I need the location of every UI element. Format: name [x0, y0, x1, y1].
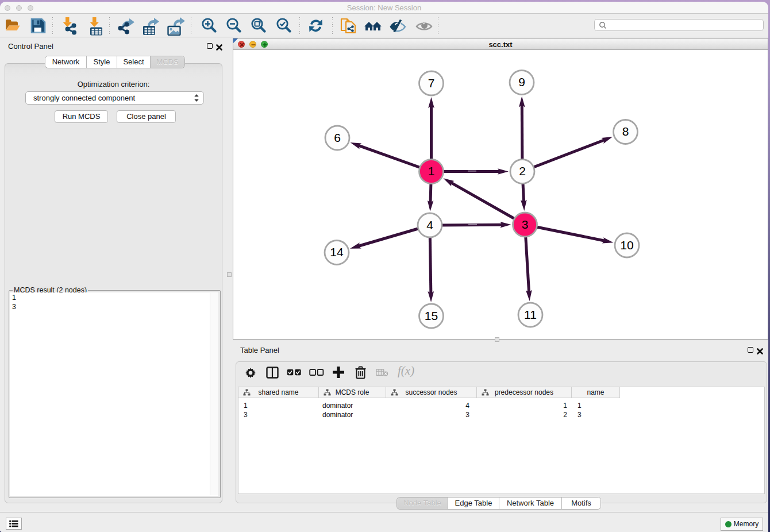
svg-text:8: 8 — [622, 125, 629, 138]
svg-text:10: 10 — [620, 238, 633, 252]
svg-text:9: 9 — [518, 75, 525, 88]
svg-text:2: 2 — [519, 164, 526, 178]
svg-text:1: 1 — [428, 164, 435, 178]
svg-text:15: 15 — [425, 309, 438, 322]
svg-text:7: 7 — [428, 76, 435, 90]
svg-text:3: 3 — [522, 218, 529, 231]
svg-text:11: 11 — [524, 308, 537, 321]
svg-text:4: 4 — [426, 218, 433, 232]
svg-text:6: 6 — [334, 131, 341, 144]
svg-text:14: 14 — [330, 245, 344, 259]
